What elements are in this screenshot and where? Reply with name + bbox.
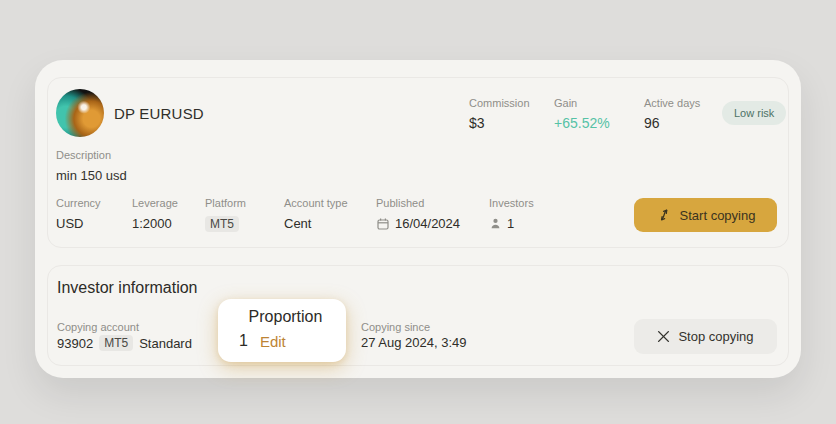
detail-account-type: Account type Cent [284,197,348,231]
copying-since-label: Copying since [361,321,430,333]
person-icon [489,217,502,230]
detail-leverage: Leverage 1:2000 [132,197,178,231]
investor-info-panel: Investor information Copying account 939… [47,265,789,366]
description-label: Description [56,149,111,161]
description-value: min 150 usd [56,168,127,183]
detail-account-type-label: Account type [284,197,348,209]
edit-proportion-link[interactable]: Edit [260,333,286,350]
detail-published-label: Published [376,197,460,209]
detail-published: Published 16/04/2024 [376,197,460,231]
stat-gain: Gain +65.52% [554,97,610,131]
risk-badge: Low risk [722,101,786,125]
detail-currency-label: Currency [56,197,101,209]
trader-avatar [56,89,104,137]
detail-platform-label: Platform [205,197,246,209]
detail-leverage-value: 1:2000 [132,216,178,231]
stat-active-days-label: Active days [644,97,700,109]
stop-copying-label: Stop copying [678,329,753,344]
strategy-card: DP EURUSD Commission $3 Gain +65.52% Act… [35,60,801,378]
start-copying-button[interactable]: Start copying [634,198,777,232]
proportion-label: Proportion [239,308,332,326]
platform-badge: MT5 [205,216,239,232]
detail-investors: Investors 1 [489,197,534,231]
detail-investors-label: Investors [489,197,534,209]
detail-platform: Platform MT5 [205,197,246,232]
stat-active-days-value: 96 [644,115,700,131]
stat-commission: Commission $3 [469,97,530,131]
investor-info-heading: Investor information [57,279,198,297]
swap-arrows-icon [656,207,672,223]
stat-gain-value: +65.52% [554,115,610,131]
detail-account-type-value: Cent [284,216,348,231]
detail-investors-value: 1 [507,216,514,231]
copying-account-value: 93902 MT5 Standard [57,335,192,351]
detail-leverage-label: Leverage [132,197,178,209]
account-platform-badge: MT5 [99,335,133,351]
copying-account-label: Copying account [57,321,139,333]
copying-since-value: 27 Aug 2024, 3:49 [361,335,467,350]
account-type: Standard [139,336,192,351]
detail-currency: Currency USD [56,197,101,231]
trader-info-panel: DP EURUSD Commission $3 Gain +65.52% Act… [47,77,789,248]
account-number: 93902 [57,336,93,351]
stat-gain-label: Gain [554,97,610,109]
stat-commission-value: $3 [469,115,530,131]
detail-published-value: 16/04/2024 [395,216,460,231]
proportion-value: 1 [239,332,248,350]
trader-name: DP EURUSD [114,105,204,122]
detail-currency-value: USD [56,216,101,231]
close-icon [657,330,670,343]
start-copying-label: Start copying [680,208,756,223]
stat-commission-label: Commission [469,97,530,109]
stat-active-days: Active days 96 [644,97,700,131]
stop-copying-button[interactable]: Stop copying [634,319,777,354]
calendar-icon [376,217,390,231]
proportion-card: Proportion 1 Edit [218,299,346,362]
